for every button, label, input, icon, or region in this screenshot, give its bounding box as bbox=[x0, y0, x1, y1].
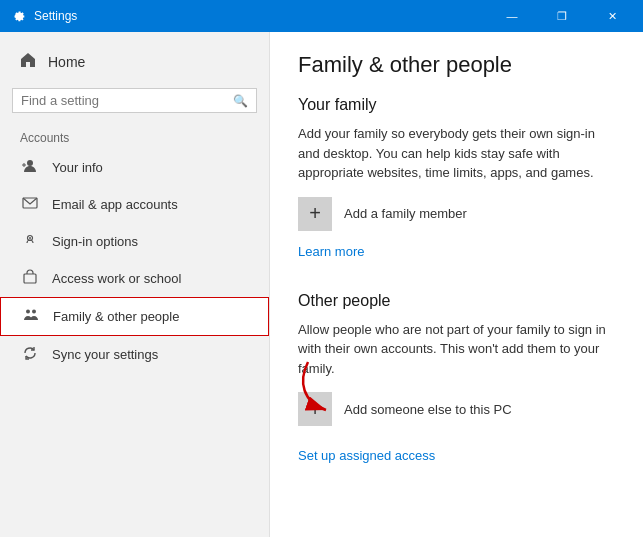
sidebar-home-item[interactable]: Home bbox=[0, 44, 269, 80]
title-bar-left: Settings bbox=[10, 8, 77, 24]
your-family-section-title: Your family bbox=[298, 96, 615, 114]
search-input[interactable] bbox=[21, 93, 233, 108]
family-icon bbox=[21, 307, 41, 326]
sidebar-item-sign-in-options[interactable]: Sign-in options bbox=[0, 223, 269, 260]
title-bar-title: Settings bbox=[34, 9, 77, 23]
close-button[interactable]: ✕ bbox=[589, 0, 635, 32]
svg-point-0 bbox=[27, 160, 33, 166]
search-box[interactable]: 🔍 bbox=[12, 88, 257, 113]
your-info-icon bbox=[20, 158, 40, 177]
sidebar: Home 🔍 Accounts Your info bbox=[0, 32, 270, 537]
sidebar-section-label: Accounts bbox=[0, 121, 269, 149]
sync-icon bbox=[20, 345, 40, 364]
learn-more-link[interactable]: Learn more bbox=[298, 244, 364, 259]
search-icon: 🔍 bbox=[233, 94, 248, 108]
sidebar-item-label-signin: Sign-in options bbox=[52, 234, 138, 249]
sidebar-item-family[interactable]: Family & other people bbox=[0, 297, 269, 336]
work-icon bbox=[20, 269, 40, 288]
your-family-description: Add your family so everybody gets their … bbox=[298, 124, 615, 183]
minimize-button[interactable]: — bbox=[489, 0, 535, 32]
other-people-description: Allow people who are not part of your fa… bbox=[298, 320, 615, 379]
svg-point-8 bbox=[32, 310, 36, 314]
title-bar-controls: — ❐ ✕ bbox=[489, 0, 635, 32]
email-icon bbox=[20, 195, 40, 214]
add-someone-button[interactable]: + bbox=[298, 392, 332, 426]
sidebar-item-your-info[interactable]: Your info bbox=[0, 149, 269, 186]
home-icon bbox=[20, 52, 36, 72]
add-family-member-label: Add a family member bbox=[344, 206, 467, 221]
sidebar-item-email-app-accounts[interactable]: Email & app accounts bbox=[0, 186, 269, 223]
add-someone-label: Add someone else to this PC bbox=[344, 402, 512, 417]
sidebar-item-label-sync: Sync your settings bbox=[52, 347, 158, 362]
svg-rect-6 bbox=[24, 274, 36, 283]
app-body: Home 🔍 Accounts Your info bbox=[0, 32, 643, 537]
signin-icon bbox=[20, 232, 40, 251]
add-someone-row: + Add someone else to this PC bbox=[298, 392, 615, 426]
svg-point-5 bbox=[29, 237, 31, 239]
section-divider bbox=[298, 277, 615, 278]
sidebar-home-label: Home bbox=[48, 54, 85, 70]
maximize-button[interactable]: ❐ bbox=[539, 0, 585, 32]
other-people-section-title: Other people bbox=[298, 292, 615, 310]
add-family-member-row: + Add a family member bbox=[298, 197, 615, 231]
sidebar-item-label-family: Family & other people bbox=[53, 309, 179, 324]
page-title: Family & other people bbox=[298, 52, 615, 78]
sidebar-item-sync[interactable]: Sync your settings bbox=[0, 336, 269, 373]
sidebar-item-access-work[interactable]: Access work or school bbox=[0, 260, 269, 297]
sidebar-item-label-your-info: Your info bbox=[52, 160, 103, 175]
settings-app-icon bbox=[10, 8, 26, 24]
svg-point-7 bbox=[26, 310, 30, 314]
add-family-member-button[interactable]: + bbox=[298, 197, 332, 231]
sidebar-item-label-work: Access work or school bbox=[52, 271, 181, 286]
sidebar-item-label-email: Email & app accounts bbox=[52, 197, 178, 212]
title-bar: Settings — ❐ ✕ bbox=[0, 0, 643, 32]
set-up-assigned-access-link[interactable]: Set up assigned access bbox=[298, 448, 435, 463]
content-area: Family & other people Your family Add yo… bbox=[270, 32, 643, 537]
